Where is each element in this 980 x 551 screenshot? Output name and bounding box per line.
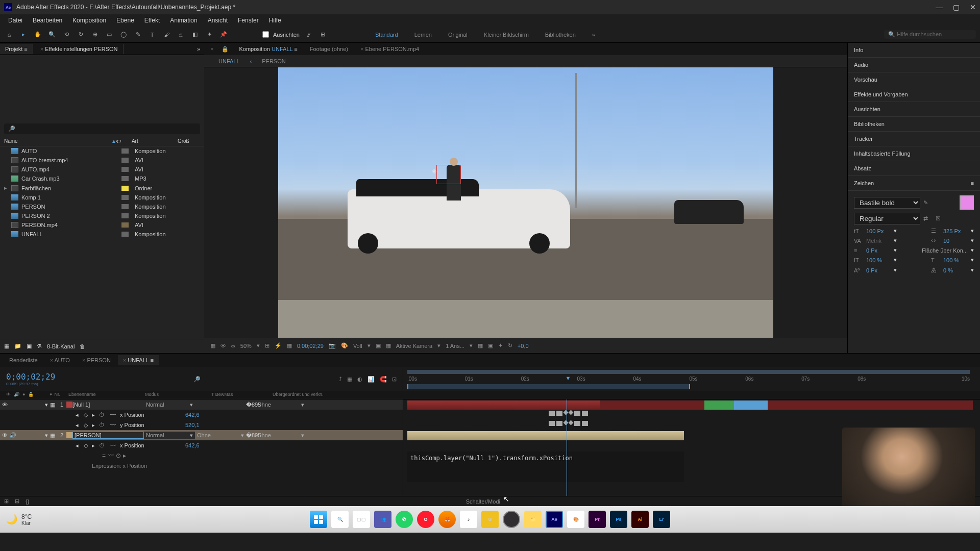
panel-contentfill[interactable]: Inhaltsbasierte Füllung [848, 146, 980, 161]
tl-tab-auto[interactable]: × AUTO [45, 355, 75, 365]
toggle-switches-icon[interactable]: ⊞ [4, 498, 9, 505]
menu-view[interactable]: Ansicht [204, 16, 232, 25]
project-search[interactable]: 🔎 [4, 123, 200, 134]
lightroom-icon[interactable]: Lr [653, 511, 670, 528]
view-select[interactable]: 1 Ans... [446, 343, 464, 349]
menu-layer[interactable]: Ebene [112, 16, 138, 25]
menu-composition[interactable]: Komposition [68, 16, 110, 25]
explorer-icon[interactable]: 📁 [524, 511, 542, 528]
snap-grid-icon[interactable]: ⊞ [318, 31, 328, 39]
menu-file[interactable]: Datei [4, 16, 27, 25]
panel-preview[interactable]: Vorschau [848, 72, 980, 87]
project-item[interactable]: PERSON 2Komposition [0, 211, 204, 220]
graph-icon[interactable]: 📊 [368, 376, 375, 383]
res-icon[interactable]: ⊞ [265, 342, 270, 349]
project-item[interactable]: AUTOKomposition [0, 146, 204, 156]
mask-icon[interactable]: ∞ [231, 343, 235, 349]
toggle-modes-icon[interactable]: ⊟ [15, 498, 19, 505]
help-search[interactable]: 🔍 Hilfe durchsuchen [884, 30, 976, 39]
composition-tab[interactable]: Komposition UNFALL ≡ [237, 44, 299, 54]
menu-edit[interactable]: Bearbeiten [29, 16, 66, 25]
firefox-icon[interactable]: 🦊 [438, 511, 456, 528]
stroke-value[interactable]: 0 Px [866, 247, 891, 254]
aftereffects-icon[interactable]: Ae [546, 511, 563, 528]
property-row[interactable]: ◂◇▸⏱〰x Position642,6 [0, 440, 403, 450]
search-button[interactable]: 🔍 [331, 511, 349, 528]
eraser-tool-icon[interactable]: ◧ [190, 31, 200, 39]
camera-select[interactable]: Aktive Kamera [396, 343, 433, 349]
text-tool-icon[interactable]: T [147, 31, 157, 39]
rotate-tool-icon[interactable]: ↻ [76, 31, 86, 39]
project-item[interactable]: PERSONKomposition [0, 202, 204, 211]
ws-libraries[interactable]: Bibliotheken [543, 30, 578, 40]
breadcrumb-unfall[interactable]: UNFALL [218, 58, 240, 64]
anchor-marker-icon[interactable]: ◈ [432, 167, 436, 174]
illustrator-icon[interactable]: Ai [631, 511, 649, 528]
work-area[interactable] [407, 384, 690, 389]
tracking-value[interactable]: 10 [943, 238, 968, 244]
panel-paragraph[interactable]: Absatz [848, 161, 980, 176]
ws-standard[interactable]: Standard [373, 30, 400, 40]
expression-field[interactable]: thisComp.layer("Null 1").transform.xPosi… [407, 452, 684, 482]
clone-tool-icon[interactable]: ⎌ [176, 31, 186, 39]
expression-controls[interactable]: =〰⊙▸ [0, 450, 403, 461]
panel-libraries[interactable]: Bibliotheken [848, 117, 980, 132]
menu-help[interactable]: Hilfe [265, 16, 285, 25]
tsume-value[interactable]: 0 % [943, 267, 968, 273]
col-size[interactable]: Größ [178, 138, 189, 144]
font-size[interactable]: 100 Px [866, 228, 891, 234]
layer-row[interactable]: 👁🔊▾▦2[PERSON]Normal▾Ohne▾�895Ohne▾ [0, 430, 403, 440]
toggle-inout-icon[interactable]: {} [26, 498, 29, 505]
refresh-icon[interactable]: ↻ [508, 342, 512, 349]
property-row[interactable]: ◂◇▸⏱〰y Position520,1 [0, 420, 403, 430]
photoshop-icon[interactable]: Ps [610, 511, 627, 528]
zoom-select[interactable]: 50% [240, 343, 252, 349]
roto-tool-icon[interactable]: ✦ [204, 31, 214, 39]
switch-mode-label[interactable]: Schalter/Modi [466, 498, 500, 505]
ws-learn[interactable]: Lernen [412, 30, 434, 40]
comp-icon[interactable]: ▣ [27, 343, 32, 349]
col-name[interactable]: Name [4, 138, 111, 144]
project-item[interactable]: Car Crash.mp3MP3 [0, 174, 204, 183]
selection-tool-icon[interactable]: ▸ [18, 31, 29, 39]
comp-tab-lock-icon[interactable]: 🔒 [222, 46, 229, 53]
exposure-value[interactable]: +0,0 [518, 343, 529, 349]
property-row[interactable]: ◂◇▸⏱〰x Position642,6 [0, 410, 403, 420]
zoom-tool-icon[interactable]: 🔍 [47, 31, 57, 39]
project-item[interactable]: Komp 1Komposition [0, 193, 204, 202]
time-ruler[interactable]: :00s01s02s03s04s05s06s07s08s10s ▼ [403, 367, 980, 391]
task-view-button[interactable]: ▢▢ [353, 511, 370, 528]
fill-color-swatch[interactable] [960, 195, 974, 210]
pen-tool-icon[interactable]: ✎ [133, 31, 143, 39]
snapshot-icon[interactable]: 📷 [329, 342, 336, 349]
project-tab[interactable]: Projekt ≡ [0, 44, 33, 54]
premiere-icon[interactable]: Pr [589, 511, 606, 528]
folder-icon[interactable]: 📁 [14, 343, 21, 349]
ws-small[interactable]: Kleiner Bildschirm [482, 30, 531, 40]
obs-icon[interactable] [503, 511, 520, 528]
home-icon[interactable]: ⌂ [4, 31, 14, 39]
view-icon-2[interactable]: ▣ [488, 342, 493, 349]
stroke-mode[interactable]: Fläche über Kon... [922, 247, 968, 254]
col-type[interactable]: Art [132, 138, 178, 144]
baseline-value[interactable]: 0 Px [866, 267, 891, 273]
tracker-box[interactable] [436, 165, 461, 184]
orbit-tool-icon[interactable]: ⟲ [61, 31, 71, 39]
project-item[interactable]: PERSON.mp4AVI [0, 220, 204, 230]
close-button[interactable]: ✕ [970, 3, 976, 11]
minimize-button[interactable]: — [936, 3, 943, 11]
panel-audio[interactable]: Audio [848, 58, 980, 72]
timecode-display[interactable]: 0;00;02;29 [297, 343, 324, 349]
ws-more-icon[interactable]: » [590, 30, 597, 40]
hscale-value[interactable]: 100 % [943, 257, 968, 263]
panel-effects[interactable]: Effekte und Vorgaben [848, 87, 980, 102]
opera-icon[interactable]: O [417, 511, 434, 528]
start-button[interactable] [310, 511, 327, 528]
timeline-timecode[interactable]: 0;00;02;29 [6, 372, 55, 382]
trash-icon[interactable]: 🗑 [80, 343, 85, 349]
menu-effect[interactable]: Effekt [140, 16, 164, 25]
frameblend-icon[interactable]: ▦ [347, 376, 352, 383]
grid-icon[interactable]: ▦ [287, 342, 292, 349]
hand-tool-icon[interactable]: ✋ [33, 31, 43, 39]
panel-overflow-icon[interactable]: » [193, 46, 204, 52]
